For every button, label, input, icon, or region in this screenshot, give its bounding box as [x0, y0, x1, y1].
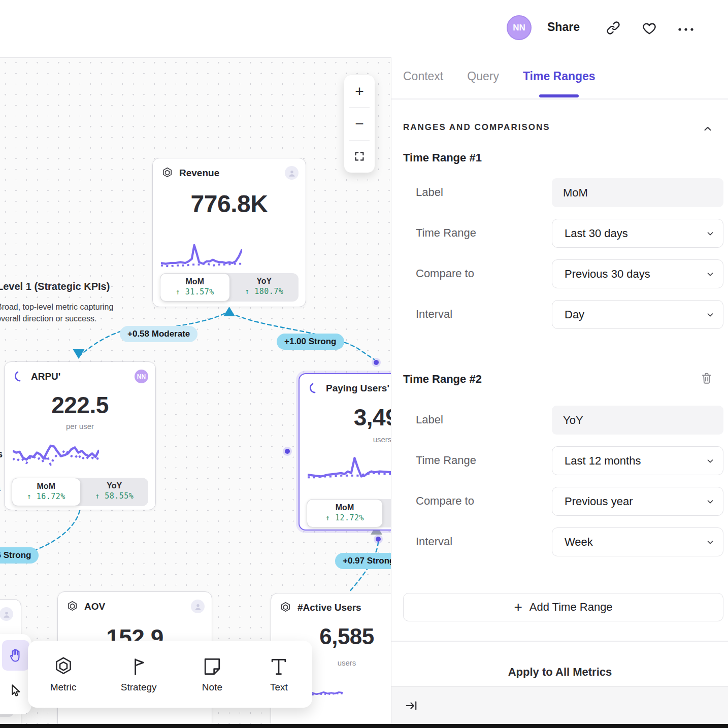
select-tool-button[interactable]: [2, 675, 29, 706]
hand-tool-button[interactable]: [2, 640, 29, 671]
toggle-yoy[interactable]: YoY ↑ 180.7%: [230, 273, 299, 302]
compare-to-select[interactable]: Previous year: [552, 487, 723, 516]
metric-hexagon-icon: [52, 655, 75, 678]
metric-hexagon-icon: [161, 167, 174, 179]
mom-change: ↑ 31.57%: [160, 287, 229, 296]
field-label: Interval: [416, 308, 452, 321]
favorite-button[interactable]: [641, 21, 657, 38]
metric-value: 776.8K: [153, 190, 306, 218]
chevron-up-icon: [702, 123, 713, 135]
chevron-down-icon: [706, 456, 715, 466]
time-range-2-title: Time Range #2: [403, 373, 482, 386]
link-icon: [606, 20, 621, 36]
plus-icon: +: [514, 600, 522, 614]
flag-icon: [127, 655, 150, 678]
card-title: AOV: [84, 601, 185, 612]
delete-time-range-button[interactable]: [700, 371, 713, 387]
copy-link-button[interactable]: [606, 20, 621, 38]
add-time-range-button[interactable]: + Add Time Range: [403, 593, 723, 621]
more-options-button[interactable]: [677, 25, 694, 35]
heart-icon: [641, 21, 657, 36]
correlation-label[interactable]: +1.00 Strong: [277, 334, 344, 350]
apply-to-all-metrics-button[interactable]: Apply to All Metrics: [391, 666, 728, 679]
metric-tree-canvas[interactable]: Level 1 (Strategic KPIs) Broad, top-leve…: [0, 57, 391, 728]
owner-avatar[interactable]: [191, 600, 205, 613]
add-strategy-button[interactable]: Strategy: [121, 655, 157, 693]
top-bar: NN Share: [0, 0, 728, 57]
metric-card-arpu[interactable]: ARPU' NN 222.5 per user MoM ↑ 16.72% YoY…: [4, 361, 156, 510]
yoy-change: ↑ 58.55%: [81, 491, 149, 501]
note-line-2: overall direction or success.: [0, 314, 96, 323]
chevron-down-icon: [706, 270, 715, 279]
label-input[interactable]: YoY: [552, 406, 723, 435]
connector-handle: [283, 447, 292, 456]
correlation-label[interactable]: +0.58 Moderate: [120, 326, 197, 342]
share-button[interactable]: Share: [547, 20, 580, 34]
time-range-1-title: Time Range #1: [403, 151, 482, 164]
note-icon: [201, 655, 223, 678]
interval-select[interactable]: Day: [552, 300, 723, 329]
text-icon: [268, 655, 290, 678]
loading-arc-icon: [13, 370, 25, 383]
tab-query[interactable]: Query: [467, 70, 499, 97]
yoy-change: ↑ 180.7%: [230, 287, 299, 296]
user-avatar[interactable]: NN: [507, 15, 532, 40]
fullscreen-button[interactable]: [344, 141, 375, 173]
screen-bottom-bar: [0, 724, 728, 728]
owner-avatar[interactable]: [285, 166, 299, 180]
panel-tabs: Context Query Time Ranges: [403, 70, 595, 97]
section-header: RANGES AND COMPARISONS: [403, 122, 550, 133]
canvas-node-toolbar: Metric Strategy Note Text: [28, 641, 312, 708]
field-label: Label: [416, 186, 443, 199]
time-range-toggle: MoM ↑ 31.57% YoY ↑ 180.7%: [160, 273, 299, 302]
owner-avatar[interactable]: [0, 607, 13, 621]
collapse-panel-button[interactable]: [405, 699, 418, 714]
tab-context[interactable]: Context: [403, 70, 443, 97]
zoom-in-button[interactable]: +: [344, 75, 375, 107]
note-line-1: Broad, top-level metric capturing: [0, 303, 113, 311]
toggle-mom[interactable]: MoM ↑ 12.72%: [307, 499, 383, 527]
add-text-button[interactable]: Text: [268, 655, 290, 693]
connector-handle: [376, 537, 381, 542]
metric-hexagon-icon: [66, 600, 79, 613]
field-label: Compare to: [416, 494, 474, 508]
tab-time-ranges[interactable]: Time Ranges: [523, 70, 595, 97]
canvas-tool-panel: [0, 634, 31, 714]
loading-arc-icon: [308, 382, 320, 394]
arrowhead-into-arpu: [73, 349, 85, 359]
metric-hexagon-icon: [279, 601, 292, 614]
sparkline-chart: [308, 451, 391, 485]
metric-unit: per user: [5, 422, 155, 431]
divider: [391, 641, 728, 642]
zoom-out-button[interactable]: −: [344, 108, 375, 140]
owner-avatar-nn[interactable]: NN: [135, 370, 148, 383]
field-label: Label: [416, 413, 443, 426]
correlation-label[interactable]: 66 Strong: [0, 547, 39, 564]
interval-select[interactable]: Week: [552, 527, 723, 556]
compare-to-select[interactable]: Previous 30 days: [552, 259, 723, 288]
chevron-down-icon: [706, 538, 715, 547]
time-range-select[interactable]: Last 30 days: [552, 219, 723, 248]
field-label: Interval: [416, 535, 452, 548]
connector-handle: [285, 449, 290, 454]
toggle-yoy[interactable]: YoY ↑ 58.55%: [81, 478, 149, 506]
field-label: Time Range: [416, 226, 476, 240]
sparkline-chart: [161, 239, 242, 271]
collapse-section-button[interactable]: [702, 123, 713, 137]
metric-card-revenue[interactable]: Revenue 776.8K MoM ↑ 31.57% YoY ↑ 180.7%: [152, 158, 306, 307]
toggle-mom[interactable]: MoM ↑ 16.72%: [12, 478, 81, 506]
add-note-button[interactable]: Note: [201, 655, 223, 693]
panel-footer: [391, 686, 728, 725]
ellipsis-icon: [677, 26, 694, 32]
level-note-title: Level 1 (Strategic KPIs): [0, 281, 110, 292]
toggle-mom[interactable]: MoM ↑ 31.57%: [160, 273, 230, 302]
time-range-select[interactable]: Last 12 months: [552, 446, 723, 475]
sparkline-chart: [13, 437, 99, 472]
field-label: Time Range: [416, 454, 476, 467]
label-input[interactable]: MoM: [552, 178, 723, 207]
hand-icon: [8, 647, 24, 664]
metric-value: 222.5: [5, 391, 155, 419]
card-title: ARPU': [31, 371, 129, 382]
add-metric-button[interactable]: Metric: [50, 655, 77, 693]
clipped-text-fragment: s: [0, 448, 3, 460]
